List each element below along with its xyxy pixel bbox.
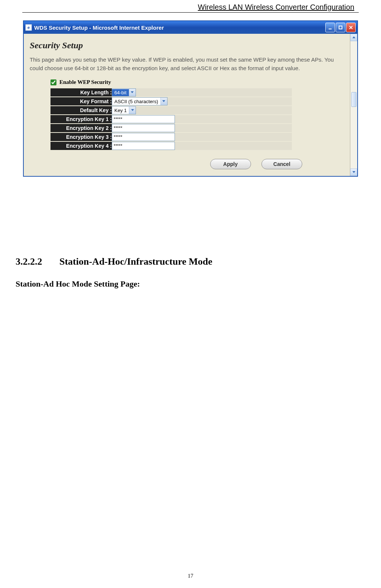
row-enc-key-4: Encryption Key 4 : bbox=[51, 142, 292, 150]
row-enc-key-2: Encryption Key 2 : bbox=[51, 124, 292, 132]
section-number: 3.2.2.2 bbox=[16, 256, 42, 267]
page-number: 17 bbox=[0, 573, 381, 579]
label-key-format: Key Format : bbox=[51, 97, 112, 105]
label-enc-key-3: Encryption Key 3 : bbox=[51, 133, 112, 141]
content-area: Security Setup This page allows you setu… bbox=[24, 34, 357, 176]
vertical-scrollbar[interactable] bbox=[350, 34, 357, 176]
minimize-button[interactable] bbox=[325, 23, 335, 32]
svg-rect-0 bbox=[329, 29, 332, 29]
scroll-thumb[interactable] bbox=[351, 92, 356, 107]
section-title: Station-Ad-Hoc/Infrastructure Mode bbox=[59, 256, 212, 267]
section-heading: 3.2.2.2 Station-Ad-Hoc/Infrastructure Mo… bbox=[16, 256, 212, 267]
select-key-format-text: ASCII (5 characters) bbox=[112, 98, 160, 105]
select-default-key-text: Key 1 bbox=[112, 107, 129, 114]
row-enc-key-3: Encryption Key 3 : bbox=[51, 133, 292, 141]
chevron-down-icon bbox=[160, 98, 167, 105]
label-default-key: Default Key : bbox=[51, 106, 112, 114]
scroll-up-button[interactable] bbox=[350, 34, 357, 41]
select-key-format[interactable]: ASCII (5 characters) bbox=[112, 97, 167, 105]
close-button[interactable] bbox=[346, 23, 356, 32]
chevron-down-icon bbox=[129, 107, 136, 114]
page-title: Security Setup bbox=[30, 40, 343, 50]
scroll-down-button[interactable] bbox=[350, 169, 357, 176]
enable-wep-checkbox[interactable] bbox=[51, 79, 56, 85]
label-enc-key-4: Encryption Key 4 : bbox=[51, 142, 112, 150]
label-enc-key-2: Encryption Key 2 : bbox=[51, 124, 112, 132]
row-key-format: Key Format : ASCII (5 characters) bbox=[51, 97, 292, 105]
input-enc-key-2[interactable] bbox=[112, 124, 175, 132]
row-key-length: Key Length : 64-bit bbox=[51, 88, 292, 97]
maximize-button[interactable] bbox=[336, 23, 345, 32]
svg-rect-1 bbox=[339, 26, 342, 29]
header-rule bbox=[22, 12, 359, 13]
ie-icon: e bbox=[25, 24, 32, 31]
content-body: Security Setup This page allows you setu… bbox=[24, 34, 350, 176]
browser-window: e WDS Security Setup - Microsoft Interne… bbox=[23, 20, 358, 177]
input-enc-key-3[interactable] bbox=[112, 133, 175, 141]
apply-button[interactable]: Apply bbox=[210, 159, 251, 169]
doc-header: Wireless LAN Wireless Converter Configur… bbox=[198, 3, 354, 12]
select-key-length-text: 64-bit bbox=[112, 89, 129, 96]
scroll-track[interactable] bbox=[350, 41, 357, 169]
cancel-button[interactable]: Cancel bbox=[261, 159, 302, 169]
enable-wep-label: Enable WEP Security bbox=[59, 79, 111, 85]
titlebar: e WDS Security Setup - Microsoft Interne… bbox=[24, 21, 357, 34]
row-default-key: Default Key : Key 1 bbox=[51, 106, 292, 114]
label-key-length: Key Length : bbox=[51, 88, 112, 97]
input-enc-key-1[interactable] bbox=[112, 115, 175, 123]
row-enc-key-1: Encryption Key 1 : bbox=[51, 115, 292, 123]
label-enc-key-1: Encryption Key 1 : bbox=[51, 115, 112, 123]
input-enc-key-4[interactable] bbox=[112, 142, 175, 150]
select-default-key[interactable]: Key 1 bbox=[112, 106, 136, 114]
button-row: Apply Cancel bbox=[28, 159, 343, 169]
window-title: WDS Security Setup - Microsoft Internet … bbox=[34, 24, 325, 31]
form-table: Key Length : 64-bit Key Format : ASCII (… bbox=[51, 88, 292, 151]
page-description: This page allows you setup the WEP key v… bbox=[28, 56, 343, 72]
sub-heading: Station-Ad Hoc Mode Setting Page: bbox=[16, 279, 140, 289]
select-key-length[interactable]: 64-bit bbox=[112, 88, 136, 97]
chevron-down-icon bbox=[129, 89, 136, 96]
enable-row: Enable WEP Security bbox=[51, 79, 343, 85]
